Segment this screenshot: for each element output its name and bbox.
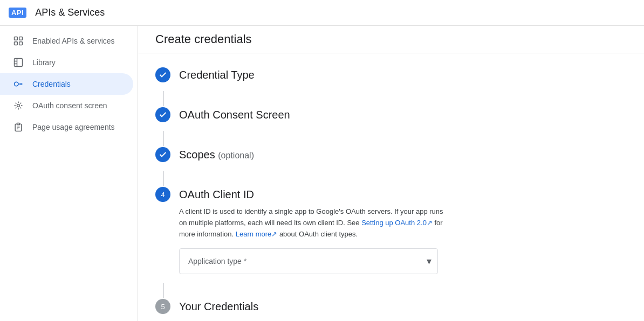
- sidebar-item-enabled-apis[interactable]: Enabled APIs & services: [0, 30, 133, 52]
- steps-container: Credential Type OAuth Consent Screen: [138, 53, 644, 321]
- library-icon: [13, 57, 24, 68]
- svg-point-8: [15, 82, 19, 86]
- step-1-row: Credential Type: [155, 66, 627, 91]
- step-5-content: Your Credentials: [179, 298, 627, 321]
- step-4-description: A client ID is used to identify a single…: [179, 206, 449, 240]
- content-area: Create credentials Credential Type: [138, 26, 644, 321]
- application-type-select[interactable]: Application type * Web application Andro…: [179, 248, 438, 274]
- step-5-number: 5: [155, 299, 170, 314]
- learn-more-link[interactable]: Learn more↗: [236, 230, 279, 238]
- sidebar-item-library[interactable]: Library: [0, 52, 133, 73]
- step-1-connector: [163, 91, 164, 106]
- svg-rect-0: [15, 37, 18, 40]
- oauth-icon: [13, 100, 24, 111]
- step-2-row: OAuth Consent Screen: [155, 106, 627, 131]
- step-4-icon: 4: [155, 187, 170, 202]
- svg-point-9: [17, 104, 20, 107]
- step-4-title: OAuth Client ID: [179, 186, 627, 202]
- svg-rect-4: [15, 59, 23, 67]
- step-4-connector: [163, 283, 164, 298]
- step-4-row: 4 OAuth Client ID A client ID is used to…: [155, 186, 627, 283]
- step-3-icon: [155, 147, 170, 162]
- step-5-row: 5 Your Credentials: [155, 298, 627, 321]
- sidebar-label-enabled-apis: Enabled APIs & services: [32, 37, 115, 45]
- sidebar-label-page-usage: Page usage agreements: [32, 123, 115, 131]
- svg-rect-1: [19, 37, 23, 40]
- sidebar-label-oauth-consent: OAuth consent screen: [32, 101, 107, 110]
- step-3-content: Scopes (optional): [179, 146, 627, 171]
- step-3-connector: [163, 171, 164, 186]
- sidebar-label-credentials: Credentials: [32, 80, 71, 88]
- main-layout: Enabled APIs & services Library Creden: [0, 26, 644, 321]
- step-2-title: OAuth Consent Screen: [179, 106, 627, 122]
- svg-rect-3: [19, 42, 23, 45]
- page-title: Create credentials: [138, 26, 644, 53]
- step-2-icon: [155, 107, 170, 122]
- svg-rect-10: [17, 123, 20, 125]
- sidebar-item-oauth-consent[interactable]: OAuth consent screen: [0, 95, 133, 116]
- step-3-check: [155, 147, 170, 162]
- sidebar: Enabled APIs & services Library Creden: [0, 26, 138, 321]
- step-2-check: [155, 107, 170, 122]
- step-3-optional: (optional): [218, 151, 254, 160]
- agreement-icon: [13, 122, 24, 132]
- setup-oauth-link[interactable]: Setting up OAuth 2.0↗: [361, 219, 434, 227]
- step-1-icon: [155, 67, 170, 82]
- step-2-content: OAuth Consent Screen: [179, 106, 627, 131]
- step-1-check: [155, 67, 170, 82]
- sidebar-item-page-usage[interactable]: Page usage agreements: [0, 116, 133, 138]
- grid-icon: [13, 36, 24, 46]
- svg-rect-2: [15, 42, 18, 45]
- top-header: API APIs & Services: [0, 0, 644, 26]
- step-3-row: Scopes (optional): [155, 146, 627, 171]
- service-title: APIs & Services: [35, 7, 105, 18]
- step-1-content: Credential Type: [179, 66, 627, 91]
- step-1-title: Credential Type: [179, 66, 627, 82]
- step-4-content: OAuth Client ID A client ID is used to i…: [179, 186, 627, 283]
- step-4-number: 4: [155, 187, 170, 202]
- application-type-container: Application type * Web application Andro…: [179, 248, 438, 274]
- api-badge: API: [9, 8, 26, 18]
- dropdown-wrapper: Application type * Web application Andro…: [179, 248, 438, 274]
- key-icon: [13, 79, 24, 89]
- sidebar-item-credentials[interactable]: Credentials: [0, 73, 133, 95]
- step-3-title: Scopes (optional): [179, 146, 627, 162]
- sidebar-label-library: Library: [32, 58, 56, 67]
- step-2-connector: [163, 131, 164, 146]
- step-5-title: Your Credentials: [179, 298, 627, 314]
- step-5-icon: 5: [155, 299, 170, 314]
